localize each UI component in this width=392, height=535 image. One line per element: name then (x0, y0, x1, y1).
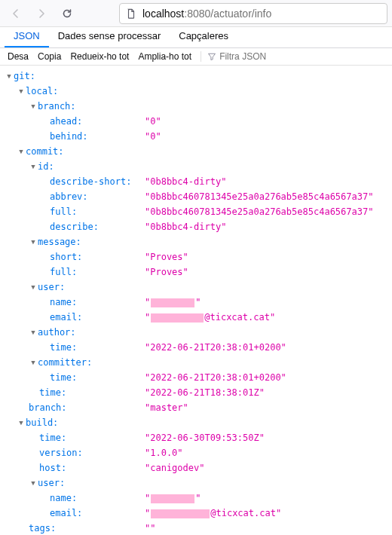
url-text: localhost:8080/actuator/info (142, 8, 271, 20)
json-value: "0" (145, 131, 161, 142)
twisty-icon[interactable]: ▼ (29, 159, 38, 174)
page-icon (126, 8, 136, 19)
json-key[interactable]: name: (50, 295, 77, 310)
json-value: "0" (145, 116, 161, 127)
twisty-icon[interactable]: ▼ (29, 280, 38, 295)
twisty-icon[interactable]: ▼ (29, 99, 38, 114)
json-value: "" (145, 297, 201, 307)
json-key[interactable]: full: (50, 204, 77, 219)
forward-button[interactable] (30, 3, 53, 24)
json-key[interactable]: ahead: (50, 114, 82, 129)
viewer-subbar: Desa Copia Redueix-ho tot Amplia-ho tot … (0, 48, 392, 66)
twisty-icon[interactable]: ▼ (17, 144, 26, 159)
twisty-icon[interactable]: ▼ (17, 415, 26, 430)
json-value: "" (145, 493, 201, 503)
json-value: "@ticxcat.cat" (145, 312, 275, 323)
expand-all-button[interactable]: Amplia-ho tot (138, 51, 191, 62)
json-key[interactable]: name: (50, 491, 77, 506)
twisty-icon[interactable]: ▼ (29, 475, 38, 491)
tab-json[interactable]: JSON (5, 26, 49, 47)
json-key[interactable]: short: (50, 249, 82, 264)
json-value: "2022-06-30T09:53:50Z" (145, 433, 265, 443)
json-key[interactable]: id: (38, 159, 54, 174)
json-key[interactable]: committer: (38, 355, 92, 370)
url-bar[interactable]: localhost:8080/actuator/info (119, 3, 387, 24)
json-value: "Proves" (145, 252, 188, 262)
json-value: "2022-06-21T20:38:01+0200" (145, 372, 286, 383)
viewer-tabs: JSON Dades sense processar Capçaleres (0, 27, 392, 48)
json-key[interactable]: author: (38, 325, 76, 340)
json-value: "0b8bbc4-dirty" (145, 222, 226, 232)
json-key[interactable]: host: (39, 460, 66, 475)
json-key[interactable]: behind: (50, 129, 88, 144)
json-value: "Proves" (145, 267, 188, 277)
json-value: "2022-06-21T18:38:01Z" (145, 387, 265, 398)
reload-button[interactable] (56, 3, 78, 24)
json-value: "@ticxcat.cat" (145, 508, 281, 518)
json-key[interactable]: abbrev: (50, 189, 88, 204)
json-key[interactable]: local: (26, 84, 58, 99)
tab-raw[interactable]: Dades sense processar (49, 26, 170, 47)
json-key[interactable]: user: (38, 280, 65, 295)
json-key[interactable]: branch: (38, 99, 76, 114)
copy-button[interactable]: Copia (38, 51, 61, 62)
json-key[interactable]: tags: (29, 521, 56, 535)
json-key[interactable]: time: (39, 430, 66, 445)
json-value: "master" (145, 402, 188, 413)
twisty-icon[interactable]: ▼ (29, 355, 38, 370)
json-value: "0b8bbc460781345e25a0a276ab5e85c4a6567a3… (145, 206, 373, 217)
json-key[interactable]: commit: (26, 144, 64, 159)
redacted-text (151, 298, 194, 307)
json-key[interactable]: version: (39, 445, 83, 460)
json-key[interactable]: time: (50, 340, 77, 355)
collapse-all-button[interactable]: Redueix-ho tot (70, 51, 129, 62)
json-key[interactable]: describe-short: (50, 174, 131, 189)
filter-field[interactable]: Filtra JSON (201, 51, 266, 62)
redacted-text (151, 313, 204, 323)
json-key[interactable]: time: (39, 385, 66, 400)
json-value: "0b8bbc460781345e25a0a276ab5e85c4a6567a3… (145, 191, 373, 202)
json-tree: ▼git: ▼local: ▼branch: ahead:"0" behind:… (0, 66, 392, 535)
json-key[interactable]: email: (50, 506, 82, 521)
json-key[interactable]: full: (50, 264, 77, 280)
twisty-icon[interactable]: ▼ (29, 325, 38, 340)
save-button[interactable]: Desa (8, 51, 29, 62)
json-key[interactable]: message: (38, 234, 81, 249)
twisty-icon[interactable]: ▼ (29, 234, 38, 249)
json-value: "2022-06-21T20:38:01+0200" (145, 342, 286, 353)
json-key[interactable]: git: (14, 69, 35, 84)
json-key[interactable]: branch: (29, 400, 67, 415)
browser-toolbar: localhost:8080/actuator/info (0, 0, 392, 27)
json-key[interactable]: email: (50, 310, 82, 325)
json-value: "0b8bbc4-dirty" (145, 176, 226, 187)
twisty-icon[interactable]: ▼ (5, 69, 14, 84)
redacted-text (151, 494, 194, 503)
json-value: "1.0.0" (145, 448, 183, 458)
json-key[interactable]: describe: (50, 219, 99, 234)
json-key[interactable]: user: (38, 475, 65, 491)
filter-placeholder: Filtra JSON (219, 51, 266, 62)
json-key[interactable]: time: (50, 370, 77, 385)
back-button[interactable] (5, 3, 27, 24)
json-key[interactable]: build: (26, 415, 58, 430)
funnel-icon (207, 52, 216, 61)
json-value: "" (145, 523, 155, 533)
redacted-text (151, 509, 210, 518)
twisty-icon[interactable]: ▼ (17, 84, 26, 99)
tab-headers[interactable]: Capçaleres (170, 26, 237, 47)
json-value: "canigodev" (145, 463, 204, 473)
